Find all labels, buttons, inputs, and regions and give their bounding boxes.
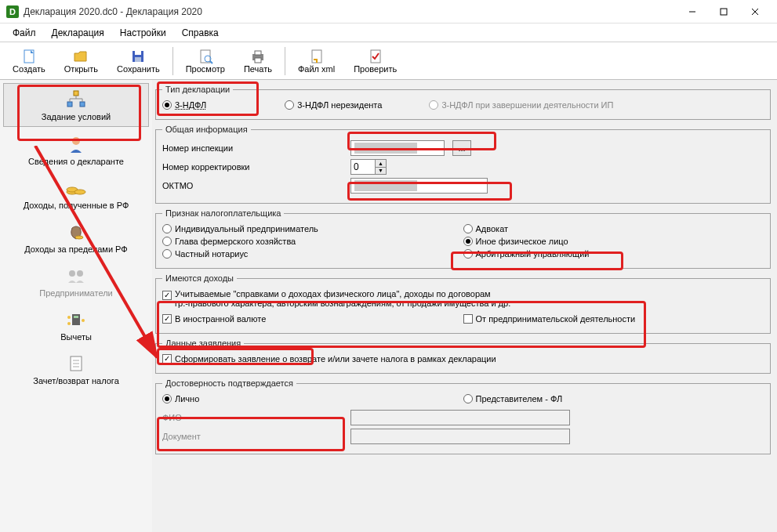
nav-income-rf-label: Доходы, полученные в РФ: [24, 201, 129, 210]
nav-entrepreneurs-label: Предприниматели: [39, 288, 112, 298]
coins-icon: [64, 177, 89, 199]
radio-3ndfl-ip-closure[interactable]: 3-НДФЛ при завершении деятельности ИП: [429, 100, 613, 110]
checkbox-form-statement[interactable]: Сформировать заявление о возврате и/или …: [162, 354, 764, 364]
toolbar-print-label: Печать: [244, 64, 272, 74]
menu-declaration[interactable]: Декларация: [44, 25, 112, 41]
nav-deductions[interactable]: Вычеты: [3, 304, 149, 346]
correction-spinner[interactable]: 0 ▲ ▼: [350, 159, 387, 175]
general-info-group: Общая информация Номер инспекции ... Ном…: [155, 125, 771, 204]
nav-entrepreneurs[interactable]: Предприниматели: [3, 260, 149, 302]
window-minimize-button[interactable]: [677, 1, 708, 23]
radio-icon: [162, 224, 172, 233]
radio-icon: [162, 100, 172, 110]
oktmo-input[interactable]: [350, 178, 488, 194]
checkbox-icon: [463, 314, 473, 324]
income-legend: Имеются доходы: [162, 273, 237, 283]
toolbar-open-button[interactable]: Открыть: [56, 47, 106, 75]
nav-deductions-label: Вычеты: [60, 332, 92, 342]
menubar: Файл Декларация Настройки Справка: [0, 24, 777, 42]
radio-notary[interactable]: Частный нотариус: [162, 249, 463, 259]
spinner-up-icon[interactable]: ▲: [376, 160, 386, 168]
radio-icon: [463, 394, 473, 404]
toolbar-save-button[interactable]: Сохранить: [109, 47, 168, 75]
radio-notary-label: Частный нотариус: [175, 249, 248, 259]
deductions-icon: [64, 309, 89, 331]
taxpayer-group: Признак налогоплательщика Индивидуальный…: [155, 208, 771, 269]
radio-personal[interactable]: Лично: [162, 394, 463, 404]
inspection-browse-button[interactable]: ...: [452, 140, 471, 156]
menu-help[interactable]: Справка: [174, 25, 227, 41]
checkbox-icon: [162, 314, 172, 324]
toolbar-preview-label: Просмотр: [186, 64, 225, 74]
statement-group: Данные заявления Сформировать заявление …: [155, 338, 771, 374]
declaration-type-group: Тип декларации 3-НДФЛ 3-НДФЛ нерезидента…: [155, 85, 771, 120]
radio-lawyer[interactable]: Адвокат: [463, 224, 764, 233]
nav-income-foreign[interactable]: Доходы за пределами РФ: [3, 216, 149, 259]
toolbar-create-button[interactable]: Создать: [5, 47, 53, 75]
toolbar-xml-button[interactable]: Файл xml: [290, 47, 343, 75]
checkbox-icon: [162, 291, 172, 300]
svg-point-28: [75, 236, 83, 239]
radio-icon: [162, 394, 172, 404]
radio-ip[interactable]: Индивидуальный предприниматель: [162, 224, 463, 233]
income-group: Имеются доходы Учитываемые "справками о …: [155, 273, 771, 334]
radio-icon: [162, 237, 172, 246]
nav-conditions[interactable]: Задание условий: [3, 83, 149, 127]
radio-lawyer-label: Адвокат: [476, 224, 509, 233]
window-title: Декларация 2020.dc0 - Декларация 2020: [24, 6, 202, 17]
radio-icon: [463, 249, 473, 259]
radio-farm[interactable]: Глава фермерского хозяйства: [162, 237, 463, 246]
svg-point-34: [67, 322, 71, 325]
document-label: Документ: [162, 432, 343, 441]
radio-3ndfl[interactable]: 3-НДФЛ: [162, 100, 206, 110]
toolbar-open-label: Открыть: [64, 64, 98, 74]
checkbox-spravka[interactable]: Учитываемые "справками о доходах физичес…: [162, 289, 764, 308]
checkbox-entrepreneurial[interactable]: От предпринимательской деятельности: [463, 314, 764, 324]
svg-point-35: [82, 319, 85, 322]
nav-declarant[interactable]: Сведения о декларанте: [3, 128, 149, 171]
toolbar-preview-button[interactable]: Просмотр: [178, 47, 233, 75]
navigation-sidebar: Задание условий Сведения о декларанте До…: [0, 80, 152, 532]
document-input: [350, 429, 570, 444]
radio-arbitration[interactable]: Арбитражный управляющий: [463, 249, 764, 259]
money-bag-icon: [64, 221, 89, 243]
spinner-down-icon[interactable]: ▼: [376, 168, 386, 175]
radio-icon: [285, 100, 294, 110]
nav-income-foreign-label: Доходы за пределами РФ: [24, 244, 127, 254]
toolbar-print-button[interactable]: Печать: [236, 47, 280, 75]
toolbar-check-button[interactable]: Проверить: [346, 47, 405, 75]
radio-3ndfl-label: 3-НДФЛ: [175, 100, 206, 110]
declarant-icon: [64, 133, 89, 155]
print-icon: [249, 49, 267, 64]
window-close-button[interactable]: [739, 1, 771, 23]
radio-3ndfl-nonresident[interactable]: 3-НДФЛ нерезидента: [285, 100, 382, 110]
nav-offset-refund-label: Зачет/возврат налога: [33, 376, 119, 385]
toolbar-separator: [172, 47, 173, 75]
nav-conditions-label: Задание условий: [42, 112, 111, 121]
inspection-input[interactable]: [350, 140, 445, 156]
svg-rect-14: [255, 58, 261, 63]
authenticity-group: Достоверность подтверждается Лично Предс…: [155, 378, 771, 454]
svg-point-30: [77, 270, 83, 277]
radio-personal-label: Лично: [175, 394, 199, 404]
radio-other-person[interactable]: Иное физическое лицо: [463, 237, 764, 246]
nav-income-rf[interactable]: Доходы, полученные в РФ: [3, 172, 149, 215]
app-icon: D: [6, 5, 19, 18]
radio-icon: [463, 224, 473, 233]
checkbox-foreign-currency[interactable]: В иностранной валюте: [162, 314, 463, 324]
nav-offset-refund[interactable]: Зачет/возврат налога: [3, 348, 149, 390]
menu-file[interactable]: Файл: [5, 25, 44, 41]
oktmo-label: ОКТМО: [162, 181, 343, 190]
general-info-legend: Общая информация: [162, 125, 251, 134]
toolbar-save-label: Сохранить: [117, 64, 160, 74]
radio-farm-label: Глава фермерского хозяйства: [175, 237, 296, 246]
svg-rect-8: [135, 57, 141, 62]
radio-representative[interactable]: Представителем - ФЛ: [463, 394, 764, 404]
correction-value: 0: [351, 160, 375, 174]
fio-input: [350, 410, 570, 425]
svg-point-29: [69, 270, 75, 277]
menu-settings[interactable]: Настройки: [112, 25, 174, 41]
fio-label: ФИО: [162, 413, 343, 422]
window-maximize-button[interactable]: [708, 1, 739, 23]
entrepreneurs-icon: [64, 265, 89, 287]
